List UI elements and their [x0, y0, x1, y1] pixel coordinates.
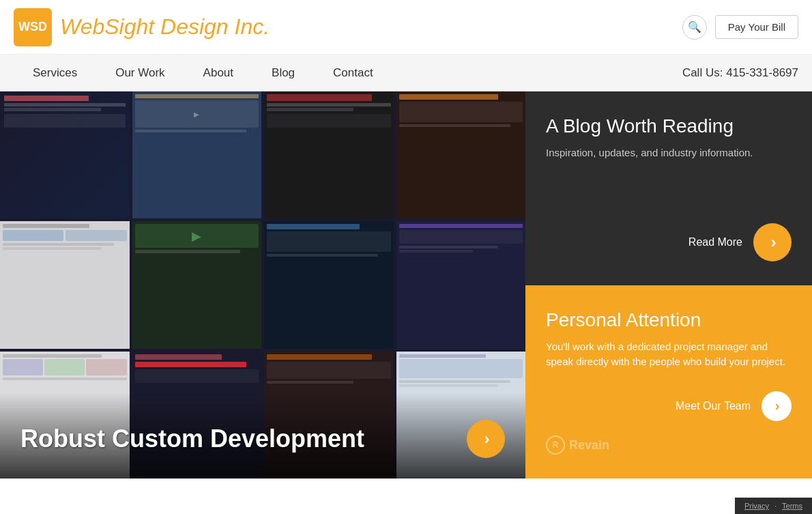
personal-panel-description: You'll work with a dedicated project man… [546, 339, 792, 370]
search-icon: 🔍 [688, 20, 701, 33]
pay-bill-label: Pay Your Bill [728, 21, 785, 33]
logo-text: WebSight Design Inc. [60, 14, 270, 40]
collage-item: ▶ [132, 221, 262, 348]
nav-item-our-work[interactable]: Our Work [96, 55, 184, 91]
nav-item-blog[interactable]: Blog [252, 55, 314, 91]
read-more-label: Read More [688, 236, 742, 248]
personal-panel-content: Personal Attention You'll work with a de… [546, 309, 792, 370]
hero-cta-button[interactable]: › [467, 420, 505, 458]
nav-item-services[interactable]: Services [14, 55, 96, 91]
nav-item-contact[interactable]: Contact [314, 55, 392, 91]
site-header: WSD WebSight Design Inc. 🔍 Pay Your Bill [0, 0, 812, 55]
collage-item [396, 91, 526, 218]
nav-phone: Call Us: 415-331-8697 [682, 66, 798, 80]
hero-headline: Robust Custom Development [20, 425, 364, 453]
main-nav: Services Our Work About Blog Contact Cal… [0, 55, 812, 91]
blog-panel-description: Inspiration, updates, and industry infor… [546, 145, 792, 161]
logo-name-rest: Design Inc. [154, 14, 270, 39]
hero-overlay: Robust Custom Development › [0, 392, 525, 479]
blog-panel: A Blog Worth Reading Inspiration, update… [525, 91, 812, 285]
revain-text: Revain [569, 438, 609, 453]
logo-name-sight: Sight [104, 14, 154, 39]
collage-item [264, 91, 394, 218]
right-panels: A Blog Worth Reading Inspiration, update… [525, 91, 812, 479]
revain-watermark: R Revain [546, 436, 792, 455]
logo-abbr: WSD [18, 20, 47, 34]
nav-left: Services Our Work About Blog Contact [14, 55, 392, 91]
logo-area: WSD WebSight Design Inc. [14, 8, 270, 46]
phone-number: 415-331-8697 [726, 66, 798, 79]
collage-item [0, 91, 130, 218]
logo-name-web: Web [60, 14, 104, 39]
search-button[interactable]: 🔍 [682, 15, 707, 40]
header-right: 🔍 Pay Your Bill [682, 15, 798, 40]
collage-item [0, 221, 130, 348]
revain-logo-icon: R [546, 436, 565, 455]
personal-panel-footer: Meet Our Team › [546, 391, 792, 421]
logo-icon: WSD [14, 8, 52, 46]
personal-panel: Personal Attention You'll work with a de… [525, 285, 812, 479]
phone-prefix: Call Us: [682, 66, 726, 79]
blog-panel-title: A Blog Worth Reading [546, 115, 792, 137]
blog-panel-footer: Read More › [546, 223, 792, 261]
arrow-icon: › [771, 233, 777, 252]
personal-panel-title: Personal Attention [546, 309, 792, 331]
arrow-icon: › [484, 429, 490, 448]
pay-bill-button[interactable]: Pay Your Bill [715, 15, 798, 39]
arrow-icon: › [775, 398, 780, 414]
read-more-button[interactable]: › [753, 223, 792, 261]
meet-team-button[interactable]: › [762, 391, 792, 421]
blog-panel-content: A Blog Worth Reading Inspiration, update… [546, 115, 792, 161]
collage-item [264, 221, 394, 348]
hero-section: ▶ [0, 91, 525, 479]
main-content: ▶ [0, 91, 812, 479]
nav-item-about[interactable]: About [184, 55, 252, 91]
collage-item: ▶ [132, 91, 262, 218]
meet-team-label: Meet Our Team [676, 400, 751, 412]
collage-item [396, 221, 526, 348]
